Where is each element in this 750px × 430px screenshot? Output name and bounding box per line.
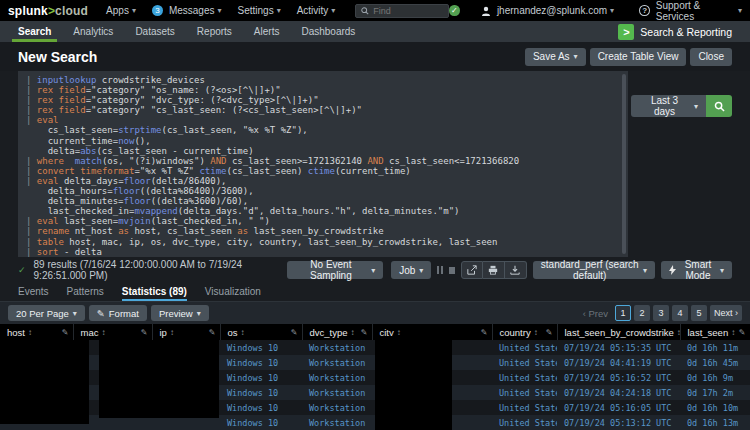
nav-item-datasets[interactable]: Datasets (135, 21, 174, 42)
query-line: | inputlookup crowdstrike_devices (26, 75, 616, 85)
page-button-1[interactable]: 1 (615, 305, 631, 321)
cell-country: United States (492, 355, 557, 370)
nav-item-reports[interactable]: Reports (197, 21, 232, 42)
redaction-box (375, 336, 452, 430)
column-header-host[interactable]: host↕✎ (0, 324, 73, 340)
save-as-button[interactable]: Save As ▾ (525, 48, 586, 66)
cell-os: Windows 10 (220, 340, 302, 355)
per-page-button[interactable]: 20 Per Page ▾ (8, 305, 85, 321)
print-button[interactable] (483, 261, 505, 279)
menu-activity-label: Activity (297, 5, 329, 16)
pause-icon[interactable] (437, 266, 443, 274)
query-line: delta_minutes=floor((delta%3600)/60), (26, 196, 616, 206)
prev-page-button[interactable]: ‹ Prev (583, 308, 608, 319)
sort-icon: ↕ (28, 328, 32, 337)
run-search-button[interactable] (706, 95, 732, 117)
support-label: Support & Services (656, 0, 735, 22)
sort-icon: ↕ (170, 328, 174, 337)
cell-dvc_type: Workstation (302, 370, 372, 385)
menu-settings[interactable]: Settings ▾ (238, 5, 281, 16)
nav-item-analytics[interactable]: Analytics (73, 21, 113, 42)
pencil-icon: ✎ (97, 308, 105, 319)
tab-events[interactable]: Events (18, 286, 49, 301)
cell-dvc_type: Workstation (302, 385, 372, 400)
query-line: | eval (26, 115, 616, 125)
app-name: Search & Reporting (640, 26, 732, 38)
cell-last_seen: 0d 16h 11m (680, 340, 750, 355)
menu-messages[interactable]: 3 Messages ▾ (152, 5, 222, 16)
query-editor[interactable]: | inputlookup crowdstrike_devices| rex f… (18, 71, 628, 257)
chevron-down-icon: ▾ (610, 6, 614, 15)
edit-column-icon: ✎ (546, 328, 553, 337)
preview-button[interactable]: Preview ▾ (151, 305, 209, 321)
tab-statistics[interactable]: Statistics (89) (122, 286, 187, 301)
smart-mode-button[interactable]: Smart Mode ▾ (661, 261, 732, 279)
query-line: delta_hours=floor((delta%86400)/3600), (26, 186, 616, 196)
menu-activity[interactable]: Activity ▾ (297, 5, 336, 16)
nav-item-search[interactable]: Search (18, 21, 51, 42)
chevron-down-icon: ▾ (277, 6, 281, 15)
column-header-last-seen-by-crowdstrike[interactable]: last_seen_by_crowdstrike↕✎ (557, 324, 680, 340)
results-tabs: Events Patterns Statistics (89) Visualiz… (0, 283, 750, 302)
chevron-down-icon: ▾ (217, 6, 221, 15)
next-page-button[interactable]: Next › (710, 305, 742, 321)
redaction-box (99, 340, 219, 418)
create-table-view-button[interactable]: Create Table View (590, 48, 687, 66)
page-button-3[interactable]: 3 (653, 305, 669, 321)
column-header-mac[interactable]: mac↕✎ (73, 324, 152, 340)
editor-scrollbar[interactable] (622, 74, 626, 254)
redaction-box (0, 340, 89, 424)
logo-splunk: splunk (8, 4, 48, 18)
print-icon (488, 265, 498, 275)
close-button[interactable]: Close (690, 48, 732, 66)
chevron-down-icon: ▾ (694, 102, 698, 111)
time-range-picker[interactable]: Last 3 days ▾ (631, 95, 706, 117)
nav-item-dashboards[interactable]: Dashboards (301, 21, 355, 42)
job-menu-button[interactable]: Job ▾ (391, 261, 431, 279)
tab-visualization[interactable]: Visualization (205, 286, 261, 301)
column-header-os[interactable]: os↕✎ (220, 324, 302, 340)
query-line: | table host, mac, ip, os, dvc_type, cit… (26, 237, 616, 247)
tab-patterns[interactable]: Patterns (67, 286, 104, 301)
topbar: splunk>cloud Apps ▾ 3 Messages ▾ Setting… (0, 0, 750, 21)
share-button[interactable] (461, 261, 483, 279)
page-button-5[interactable]: 5 (691, 305, 707, 321)
lightning-icon (669, 265, 676, 275)
cell-last_seen_by_crowdstrike: 07/19/24 05:16:05 UTC (557, 400, 680, 415)
user-menu[interactable]: jhernandez@splunk.com ▾ (497, 5, 614, 16)
cell-country: United States (492, 400, 557, 415)
format-button[interactable]: ✎ Format (89, 305, 147, 321)
menu-apps[interactable]: Apps ▾ (106, 5, 136, 16)
nav-item-alerts[interactable]: Alerts (254, 21, 280, 42)
edit-column-icon: ✎ (481, 328, 488, 337)
cell-country: United States (492, 385, 557, 400)
stop-icon[interactable] (449, 267, 454, 274)
logo-cloud: cloud (55, 4, 88, 18)
menu-support-services[interactable]: Support & Services ▾ (656, 0, 742, 22)
sort-icon: ↕ (241, 328, 245, 337)
find-input[interactable] (373, 6, 443, 16)
splunk-cloud-logo[interactable]: splunk>cloud (8, 4, 88, 18)
event-sampling-button[interactable]: No Event Sampling ▾ (287, 261, 383, 279)
export-button[interactable] (505, 261, 527, 279)
results-table: host↕✎ mac↕✎ ip↕✎ os↕✎ dvc_type↕✎ city↕✎… (0, 324, 750, 430)
page-button-4[interactable]: 4 (672, 305, 688, 321)
cell-country: United States (492, 415, 557, 430)
chevron-down-icon: ▾ (197, 309, 201, 318)
cell-last_seen_by_crowdstrike: 07/19/24 05:15:35 UTC (557, 340, 680, 355)
cell-last_seen_by_crowdstrike: 07/19/24 05:13:12 UTC (557, 415, 680, 430)
query-line: | convert timeformat="%x %T %Z" ctime(cs… (26, 166, 616, 176)
column-header-last-seen[interactable]: last_seen↕✎ (680, 324, 750, 340)
search-mode-pref-button[interactable]: standard_perf (search default) ▾ (533, 261, 655, 279)
column-header-country[interactable]: country↕✎ (492, 324, 557, 340)
column-header-ip[interactable]: ip↕✎ (152, 324, 220, 340)
results-summary: 89 results (7/16/24 12:00:00.000 AM to 7… (34, 259, 279, 281)
query-line: | eval last_seen=mvjoin(last_checked_in,… (26, 216, 616, 226)
page-title: New Search (18, 49, 97, 65)
page-button-2[interactable]: 2 (634, 305, 650, 321)
cell-os: Windows 10 (220, 385, 302, 400)
find-search-box[interactable] (355, 4, 449, 18)
query-line: last_checked_in=mvappend(delta_days."d",… (26, 206, 616, 216)
edit-column-icon: ✎ (739, 328, 746, 337)
column-header-dvc-type[interactable]: dvc_type↕✎ (302, 324, 372, 340)
